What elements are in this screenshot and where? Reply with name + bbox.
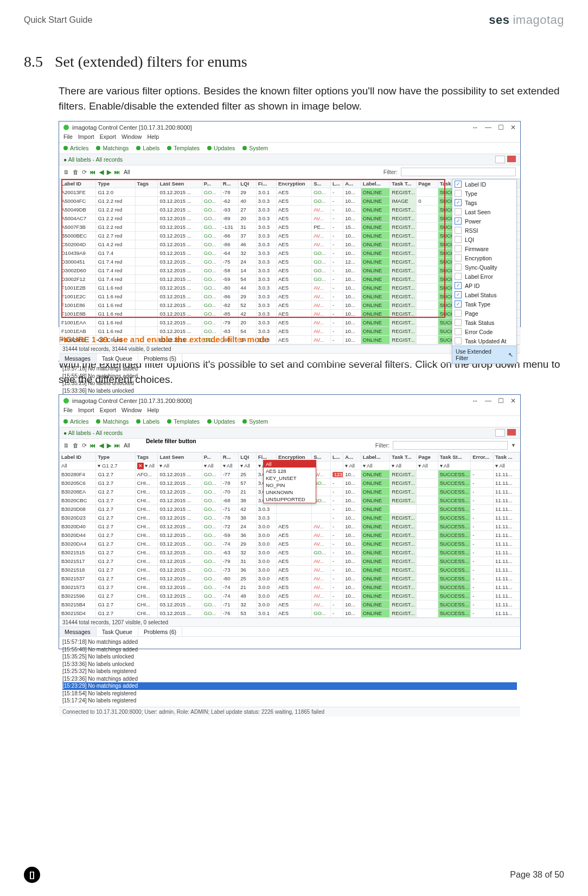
filter-option[interactable]: ✓Task Type	[452, 299, 516, 309]
encryption-filter-dropdown[interactable]: AllAES 128KEY_UNSETNO_PINUNKNOWNUNSUPPOR…	[263, 460, 316, 503]
table-row[interactable]: D10439A9G1 7.403.12.2015 ...GO...-64323.…	[60, 249, 520, 258]
filter-option[interactable]: Type	[452, 189, 516, 198]
minimize-icon[interactable]: —	[485, 124, 491, 131]
window-controls[interactable]: ↔ — ☐ ✕	[472, 124, 516, 131]
filter-cell[interactable]: ▾ All	[239, 462, 257, 470]
table-row[interactable]: F1001E2BG1 1.6 red03.12.2015 ...GO...-80…	[60, 284, 520, 292]
col-header[interactable]: Last Seen	[158, 453, 202, 462]
table-row[interactable]: B3021537G1 2.7CHI...03.12.2015 ...GO...-…	[60, 574, 520, 583]
restore-icon[interactable]: ↔	[472, 124, 478, 131]
col-header[interactable]: Label...	[361, 180, 389, 188]
nav-last-icon[interactable]: ⏭	[114, 169, 120, 175]
filter-option[interactable]: Task Updated At	[452, 336, 516, 345]
nav-labels[interactable]: Labels	[136, 145, 159, 151]
col-header[interactable]: Task T...	[390, 180, 417, 188]
checkbox-icon[interactable]: ✓	[455, 291, 462, 298]
filter-cell[interactable]: ▾ All	[417, 462, 438, 470]
filter-cell[interactable]: ✕ ▾ All	[135, 462, 158, 470]
filter-option[interactable]: ✓AP ID	[452, 281, 516, 290]
table-row[interactable]: B30215B4G1 2.7CHI...03.12.2015 ...GO...-…	[60, 600, 520, 609]
col-header[interactable]: Error...	[471, 453, 494, 462]
filter-cell[interactable]: ▾ All	[494, 462, 520, 470]
nav-next-icon[interactable]: ▶	[107, 442, 111, 449]
col-header[interactable]: LQI	[239, 453, 257, 462]
log-line[interactable]: [15:35:25] No labels unlocked	[62, 653, 517, 661]
nav-next-icon[interactable]: ▶	[107, 169, 111, 175]
col-header[interactable]: S...	[312, 180, 331, 188]
col-header[interactable]: P...	[202, 453, 221, 462]
col-header[interactable]: R...	[221, 453, 239, 462]
nav-labels[interactable]: Labels	[136, 418, 159, 425]
close-icon[interactable]: ✕	[510, 397, 516, 405]
column-filter-popup[interactable]: ✓Label IDType✓TagsLast Seen✓PowerRSSILQI…	[452, 179, 517, 364]
nav-updates[interactable]: Updates	[207, 418, 235, 425]
filter-dropdown-icon[interactable]: ▼	[511, 443, 516, 448]
table-row[interactable]: A5007F3BG1 2.2 red03.12.2015 ...GO...-13…	[60, 223, 520, 232]
nav-articles[interactable]: Articles	[63, 145, 88, 151]
nav-system[interactable]: System	[242, 418, 268, 425]
table-row[interactable]: B3021515G1 2.7CHI...03.12.2015 ...GO...-…	[60, 548, 520, 557]
panel-min-icon[interactable]	[495, 429, 505, 437]
col-header[interactable]: Last Seen	[158, 180, 202, 188]
table-row[interactable]: F1001E2CG1 1.6 red03.12.2015 ...GO...-86…	[60, 292, 520, 301]
new-icon[interactable]: 🗎	[63, 442, 69, 449]
table-row[interactable]: B3020D44G1 2.7CHI...03.12.2015 ...GO...-…	[60, 531, 520, 540]
menu-window[interactable]: Window	[122, 133, 142, 140]
filter-option[interactable]: ✓Label ID	[452, 180, 516, 189]
checkbox-icon[interactable]	[455, 245, 462, 252]
maximize-icon[interactable]: ☐	[498, 124, 504, 131]
menu-export[interactable]: Export	[100, 407, 116, 413]
filter-option[interactable]: ✓Tags	[452, 198, 516, 207]
table-row[interactable]: B3020D08G1 2.7CHI...03.12.2015 ...GO...-…	[60, 505, 520, 514]
menu-import[interactable]: Import	[78, 407, 94, 413]
table-row[interactable]: A20013FEG1 2.003.12.2015 ...GO...-78293.…	[60, 188, 520, 197]
encryption-option[interactable]: All	[264, 460, 316, 468]
tab-messages[interactable]: Messages	[59, 354, 97, 363]
menu-import[interactable]: Import	[78, 133, 94, 140]
col-header[interactable]: LQI	[239, 180, 257, 188]
filter-input[interactable]	[393, 441, 508, 450]
table-row[interactable]: F1001E86G1 1.6 red03.12.2015 ...GO...-82…	[60, 301, 520, 310]
checkbox-icon[interactable]	[455, 328, 462, 335]
filter-cell[interactable]: ▾ G1 2.7	[96, 462, 135, 470]
nav-system[interactable]: System	[242, 145, 268, 151]
filter-cell[interactable]: All	[60, 462, 96, 470]
table-row[interactable]: A50004FCG1 2.2 red03.12.2015 ...GO...-62…	[60, 197, 520, 206]
nav-prev-icon[interactable]: ◀	[99, 169, 104, 175]
filter-cell[interactable]: ▾ All	[390, 462, 417, 470]
table-row[interactable]: B5000BECG1 2.7 red03.12.2015 ...GO...-86…	[60, 232, 520, 240]
nav-last-icon[interactable]: ⏭	[114, 442, 120, 449]
log-line[interactable]: [15:25:32] No labels registered	[62, 668, 517, 675]
menu-help[interactable]: Help	[147, 133, 159, 140]
table-row[interactable]: B3020DA4G1 2.7CHI...03.12.2015 ...GO...-…	[60, 540, 520, 548]
table-row[interactable]: F1001EABG1 1.6 red03.12.2015 ...GO...-83…	[60, 327, 520, 336]
log-line[interactable]: [15:55:48] No matchings added	[62, 646, 517, 654]
checkbox-icon[interactable]	[455, 208, 462, 215]
delete-filter-icon[interactable]: ✕	[137, 463, 144, 469]
checkbox-icon[interactable]: ✓	[455, 199, 462, 206]
nav-prev-icon[interactable]: ◀	[99, 442, 104, 449]
filter-cell[interactable]: ▾ All	[361, 462, 389, 470]
checkbox-icon[interactable]: ✓	[455, 181, 462, 188]
col-header[interactable]: Page	[417, 180, 438, 188]
checkbox-icon[interactable]: ✓	[455, 300, 462, 308]
encryption-option[interactable]: UNSUPPORTED	[264, 496, 316, 503]
checkbox-icon[interactable]	[455, 227, 462, 234]
table-row[interactable]: B3021517G1 2.7CHI...03.12.2015 ...GO...-…	[60, 557, 520, 566]
nav-templates[interactable]: Templates	[167, 145, 200, 151]
minimize-icon[interactable]: —	[485, 397, 491, 405]
panel-min-icon[interactable]	[495, 156, 505, 163]
nav-updates[interactable]: Updates	[207, 145, 235, 151]
restore-icon[interactable]: ↔	[472, 397, 478, 405]
filter-cell[interactable]: ▾ All	[343, 462, 361, 470]
filter-cell[interactable]	[331, 462, 343, 470]
col-header[interactable]: Fi...	[256, 180, 276, 188]
checkbox-icon[interactable]	[455, 319, 462, 326]
labels-table[interactable]: Label IDTypeTagsLast SeenP...R...LQIFi..…	[59, 179, 520, 344]
col-header[interactable]: Label ID	[60, 453, 96, 462]
table-row[interactable]: B3020D40G1 2.7CHI...03.12.2015 ...GO...-…	[60, 522, 520, 531]
filter-cell[interactable]: ▾ All	[158, 462, 202, 470]
menu-window[interactable]: Window	[122, 407, 142, 413]
table-row[interactable]: D3002D60G1 7.4 red03.12.2015 ...GO...-58…	[60, 266, 520, 275]
col-header[interactable]: L...	[331, 453, 343, 462]
